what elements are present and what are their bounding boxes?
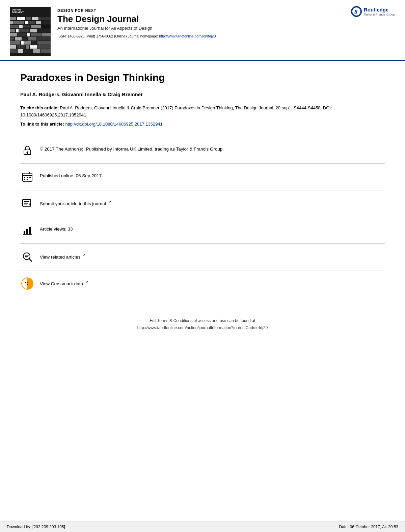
svg-rect-27 [31,33,41,36]
related-icon [20,250,34,264]
routledge-sub: Taylor & Francis Group [364,13,395,17]
homepage-link[interactable]: http://www.tandfonline.com/loi/rfdj20 [159,34,216,38]
svg-rect-28 [42,33,51,36]
svg-rect-48 [40,49,51,53]
svg-rect-6 [32,17,38,20]
crossmark-icon: ✕ ✕ [20,276,34,291]
published-row: Published online: 06 Sep 2017. [20,164,385,190]
svg-rect-9 [14,21,24,24]
svg-rect-25 [18,33,26,36]
svg-rect-11 [28,21,35,24]
submit-row[interactable]: Submit your article to this journal ↗ [20,190,385,217]
doi-line: To link to this article: http://dx.doi.o… [20,122,385,127]
submit-text[interactable]: Submit your article to this journal ↗ [40,196,111,207]
cover-image [10,7,51,56]
svg-rect-36 [24,41,31,45]
related-row[interactable]: View related articles ↗ [20,244,385,270]
svg-rect-13 [42,21,51,24]
svg-rect-24 [10,33,17,36]
svg-rect-8 [10,21,14,24]
svg-rect-40 [17,45,25,49]
svg-rect-46 [24,49,32,53]
related-ext-link-icon: ↗ [82,253,85,257]
svg-rect-32 [28,37,36,41]
terms-line1: Full Terms & Conditions of access and us… [20,317,385,325]
svg-rect-7 [39,17,51,20]
footer-bar: Download by: [202.209.203.195] Date: 06 … [0,522,405,532]
journal-subtitle: An International Journal for All Aspects… [57,26,395,31]
footer-terms: Full Terms & Conditions of access and us… [20,297,385,339]
cover-label: DESIGNFOR NEXT [12,8,24,14]
svg-rect-5 [26,17,31,20]
svg-rect-18 [42,25,51,28]
date-info: Date: 06 October 2017, At: 20:53 [339,525,398,529]
svg-rect-35 [21,41,24,45]
lock-icon [20,143,34,157]
svg-rect-58 [29,177,31,178]
svg-line-70 [29,259,32,261]
crossmark-ext-link-icon: ↗ [85,280,88,284]
issn-line: ISSN: 1460-6925 (Print) 1756-3062 (Onlin… [57,34,395,38]
svg-rect-34 [10,41,20,45]
published-text: Published online: 06 Sep 2017. [40,170,103,179]
svg-rect-20 [16,29,19,32]
crossmark-label: View Crossmark data [40,281,83,286]
citation-block: To cite this article: Paul A. Rodgers, G… [20,105,385,119]
svg-rect-38 [37,41,51,45]
chart-icon [20,223,34,237]
svg-rect-66 [24,231,25,234]
related-label: View related articles [40,254,81,259]
svg-rect-15 [19,25,23,28]
crossmark-text[interactable]: View Crossmark data ↗ [40,276,88,287]
authors: Paul A. Rodgers, Giovanni Innella & Crai… [20,91,385,97]
svg-rect-33 [37,37,51,41]
views-row: Article views: 33 [20,217,385,244]
copyright-row: © 2017 The Author(s). Published by Infor… [20,137,385,164]
svg-rect-23 [37,29,51,32]
svg-rect-37 [32,41,37,45]
article-title: Paradoxes in Design Thinking [20,71,385,84]
submit-icon [20,196,34,211]
routledge-logo: R Routledge Taylor & Francis Group [351,6,395,17]
copyright-text: © 2017 The Author(s). Published by Infor… [40,143,222,153]
crossmark-row[interactable]: ✕ ✕ View Crossmark data ↗ [20,270,385,297]
svg-text:R: R [354,9,358,15]
svg-rect-41 [26,45,29,49]
journal-header: DESIGNFOR NEXT [0,0,405,61]
main-content: Paradoxes in Design Thinking Paul A. Rod… [0,61,405,345]
svg-rect-30 [15,37,22,41]
journal-label: DESIGN FOR NEXT [57,8,395,12]
date-value: 06 October 2017, At: 20:53 [350,525,398,529]
svg-rect-26 [27,33,30,36]
issn-text: ISSN: 1460-6925 (Print) 1756-3062 (Onlin… [57,34,158,38]
views-text: Article views: 33 [40,223,73,233]
journal-header-text: DESIGN FOR NEXT The Design Journal An In… [57,7,395,38]
info-section: © 2017 The Author(s). Published by Infor… [20,137,385,297]
svg-rect-60 [27,179,28,180]
svg-rect-47 [33,49,40,53]
svg-rect-44 [10,49,18,53]
doi-link[interactable]: http://dx.doi.org/10.1080/14606925.2017.… [65,122,162,127]
submit-label: Submit your article to this journal [40,201,106,206]
svg-rect-17 [31,25,41,28]
routledge-brand: Routledge [364,7,395,13]
cite-doi-link[interactable]: 10.1080/14606925.2017.1352941 [20,112,86,117]
svg-rect-16 [23,25,30,28]
svg-rect-31 [22,37,27,41]
svg-rect-22 [30,29,37,32]
svg-text:✕: ✕ [24,281,28,287]
svg-rect-21 [19,29,29,32]
routledge-r-icon: R [351,6,362,17]
svg-rect-57 [27,177,28,178]
svg-rect-4 [17,17,25,20]
svg-rect-3 [10,17,16,20]
terms-url[interactable]: http://www.tandfonline.com/action/journa… [20,324,385,332]
journal-cover-wrapper: DESIGNFOR NEXT [10,7,51,56]
download-ip: [202.209.203.195] [32,525,65,529]
related-text[interactable]: View related articles ↗ [40,250,85,261]
svg-rect-14 [10,25,19,28]
copyright-content: © 2017 The Author(s). Published by Infor… [40,147,222,152]
svg-rect-67 [26,229,28,234]
journal-title: The Design Journal [57,14,395,24]
link-label: To link to this article: [20,122,64,127]
